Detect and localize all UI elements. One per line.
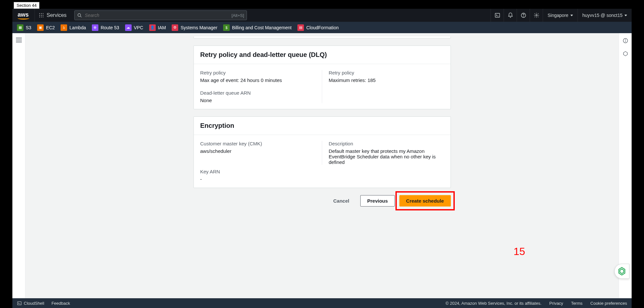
amazon-q-icon bbox=[617, 267, 626, 276]
svg-rect-2 bbox=[495, 13, 500, 17]
key-arn-label: Key ARN bbox=[200, 169, 322, 174]
caret-down-icon bbox=[624, 15, 627, 16]
bell-icon bbox=[508, 12, 513, 18]
fav-cloudformation[interactable]: ▤CloudFormation bbox=[297, 24, 339, 31]
fav-label: IAM bbox=[158, 25, 166, 30]
favorites-bar: ▦S3 ▣EC2 λLambda ⊕Route 53 ☁VPC 👤IAM ⚙Sy… bbox=[12, 22, 632, 33]
feedback-label: Feedback bbox=[51, 301, 70, 306]
fav-label: Route 53 bbox=[101, 25, 119, 30]
aws-logo-smile-icon bbox=[18, 17, 29, 20]
ec2-icon: ▣ bbox=[37, 24, 44, 31]
column-divider bbox=[322, 70, 322, 103]
main-content: Retry policy and dead-letter queue (DLQ)… bbox=[25, 33, 619, 298]
user-menu[interactable]: huyvv15 @ sonct15 bbox=[578, 9, 632, 22]
left-nav-toggle[interactable] bbox=[16, 38, 22, 42]
form-area: Retry policy and dead-letter queue (DLQ)… bbox=[193, 33, 451, 298]
fav-label: EC2 bbox=[46, 25, 55, 30]
grid-icon bbox=[39, 13, 44, 18]
gear-icon bbox=[534, 12, 539, 18]
fav-label: S3 bbox=[26, 25, 31, 30]
terms-link[interactable]: Terms bbox=[571, 301, 582, 306]
chat-fab[interactable] bbox=[614, 264, 629, 279]
desc-value: Default master key that protects my Amaz… bbox=[329, 148, 444, 165]
svg-rect-11 bbox=[18, 301, 21, 305]
ssm-icon: ⚙ bbox=[172, 24, 178, 31]
aws-logo[interactable]: aws bbox=[12, 11, 35, 20]
fav-lambda[interactable]: λLambda bbox=[61, 24, 86, 31]
column-divider bbox=[322, 141, 322, 165]
right-rail bbox=[619, 33, 632, 298]
cookie-link[interactable]: Cookie preferences bbox=[590, 301, 627, 306]
fav-label: VPC bbox=[134, 25, 143, 30]
fav-route53[interactable]: ⊕Route 53 bbox=[92, 24, 119, 31]
svg-point-9 bbox=[625, 39, 625, 40]
cancel-button[interactable]: Cancel bbox=[327, 195, 356, 206]
search-input[interactable] bbox=[85, 13, 231, 18]
billing-icon: $ bbox=[223, 24, 230, 31]
retry-dlq-header: Retry policy and dead-letter queue (DLQ) bbox=[194, 46, 451, 64]
search-icon bbox=[77, 13, 82, 18]
cloudformation-icon: ▤ bbox=[297, 24, 304, 31]
resource-panel-toggle[interactable] bbox=[623, 51, 628, 58]
vpc-icon: ☁ bbox=[125, 24, 132, 31]
search-bar[interactable]: [Alt+S] bbox=[74, 10, 247, 20]
fav-s3[interactable]: ▦S3 bbox=[17, 24, 31, 31]
fav-ec2[interactable]: ▣EC2 bbox=[37, 24, 55, 31]
retry-policy-right-label: Retry policy bbox=[329, 70, 444, 75]
section-tag: Section 44 bbox=[14, 2, 39, 9]
encryption-header: Encryption bbox=[194, 117, 451, 135]
fav-vpc[interactable]: ☁VPC bbox=[125, 24, 143, 31]
desc-label: Description bbox=[329, 141, 444, 146]
s3-icon: ▦ bbox=[17, 24, 23, 31]
bottom-bar: CloudShell Feedback © 2024, Amazon Web S… bbox=[12, 298, 632, 308]
left-rail bbox=[12, 33, 25, 298]
route53-icon: ⊕ bbox=[92, 24, 98, 31]
caret-down-icon bbox=[570, 15, 573, 16]
settings-button[interactable] bbox=[530, 9, 543, 22]
footer-actions: Cancel Previous Create schedule bbox=[193, 195, 451, 207]
svg-line-1 bbox=[80, 16, 82, 17]
dlq-arn-label: Dead-letter queue ARN bbox=[200, 90, 316, 96]
retry-dlq-card: Retry policy and dead-letter queue (DLQ)… bbox=[193, 46, 451, 109]
previous-card-edge bbox=[193, 36, 451, 38]
cloudshell-label: CloudShell bbox=[24, 301, 44, 306]
cmk-label: Customer master key (CMK) bbox=[200, 141, 316, 146]
fav-label: Lambda bbox=[69, 25, 86, 30]
cloudshell-icon bbox=[494, 12, 500, 18]
iam-icon: 👤 bbox=[149, 24, 156, 31]
cloudshell-icon bbox=[17, 301, 22, 306]
cmk-value: aws/scheduler bbox=[200, 148, 316, 154]
info-panel-toggle[interactable] bbox=[623, 38, 628, 45]
help-icon bbox=[521, 12, 526, 18]
feedback-link[interactable]: Feedback bbox=[51, 301, 70, 306]
help-button[interactable] bbox=[517, 9, 530, 22]
dlq-arn-value: None bbox=[200, 98, 316, 103]
fav-billing[interactable]: $Billing and Cost Management bbox=[223, 24, 292, 31]
hexagon-icon bbox=[623, 51, 628, 57]
cloudshell-top-button[interactable] bbox=[491, 9, 504, 22]
key-arn-value: - bbox=[200, 176, 322, 182]
services-label: Services bbox=[47, 12, 66, 18]
annotation-number: 15 bbox=[513, 246, 525, 258]
svg-point-6 bbox=[536, 15, 537, 16]
notifications-button[interactable] bbox=[504, 9, 517, 22]
fav-iam[interactable]: 👤IAM bbox=[149, 24, 166, 31]
lambda-icon: λ bbox=[61, 24, 67, 31]
retry-policy-right-value: Maximum retries: 185 bbox=[329, 77, 444, 83]
fav-ssm[interactable]: ⚙Systems Manager bbox=[172, 24, 217, 31]
info-icon bbox=[623, 38, 628, 44]
aws-topbar: aws Services [Alt+S] Singapore bbox=[12, 9, 632, 22]
fav-label: Billing and Cost Management bbox=[232, 25, 292, 30]
cloudshell-link[interactable]: CloudShell bbox=[17, 301, 44, 306]
search-shortcut: [Alt+S] bbox=[232, 13, 244, 18]
create-schedule-button[interactable]: Create schedule bbox=[399, 195, 451, 207]
previous-button[interactable]: Previous bbox=[360, 195, 394, 207]
svg-point-0 bbox=[78, 13, 81, 16]
services-menu[interactable]: Services bbox=[35, 9, 70, 22]
region-label: Singapore bbox=[548, 13, 568, 18]
retry-policy-label: Retry policy bbox=[200, 70, 316, 75]
privacy-link[interactable]: Privacy bbox=[549, 301, 563, 306]
region-selector[interactable]: Singapore bbox=[543, 9, 578, 22]
workspace: Retry policy and dead-letter queue (DLQ)… bbox=[12, 33, 632, 298]
user-label: huyvv15 @ sonct15 bbox=[582, 13, 623, 18]
